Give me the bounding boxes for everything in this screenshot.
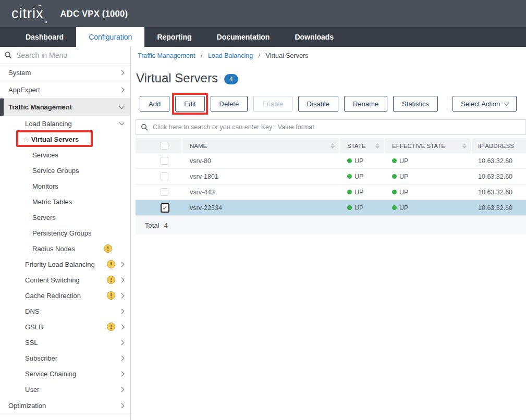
sidebar-item-priority-load-balancing[interactable]: Priority Load Balancing bbox=[0, 256, 130, 272]
primary-nav: Dashboard Configuration Reporting Docume… bbox=[0, 27, 526, 47]
sidebar-item-monitors[interactable]: Monitors bbox=[0, 178, 130, 194]
row-checkbox[interactable] bbox=[161, 172, 168, 180]
toolbar: Add Edit Delete Enable Disable Rename St… bbox=[136, 96, 526, 112]
sort-icon[interactable] bbox=[462, 143, 467, 149]
sidebar-item-virtual-servers[interactable]: Virtual Servers bbox=[0, 131, 130, 147]
chevron-right-icon bbox=[119, 324, 125, 329]
sidebar-item-radius-nodes[interactable]: Radius Nodes bbox=[0, 241, 130, 256]
sidebar-item-services[interactable]: Services bbox=[0, 147, 130, 163]
breadcrumb-load-balancing[interactable]: Load Balancing bbox=[208, 52, 253, 59]
cell-ip-address: 10.63.32.60 bbox=[472, 173, 526, 180]
page-title: Virtual Servers bbox=[136, 71, 218, 85]
sidebar-item-gslb[interactable]: GSLB bbox=[0, 319, 130, 335]
warning-icon bbox=[107, 260, 115, 268]
status-up-icon bbox=[347, 205, 352, 210]
sidebar-search-input[interactable] bbox=[16, 51, 126, 59]
sidebar-item-subscriber[interactable]: Subscriber bbox=[0, 350, 130, 366]
breadcrumb-separator: / bbox=[259, 52, 260, 59]
cell-name: vsrv-1801 bbox=[182, 173, 340, 180]
sidebar-item-ssl[interactable]: SSL bbox=[0, 335, 130, 350]
row-checkbox[interactable] bbox=[161, 188, 168, 196]
breadcrumb-separator: / bbox=[201, 52, 202, 59]
sort-icon[interactable] bbox=[375, 143, 380, 149]
tab-downloads[interactable]: Downloads bbox=[282, 27, 346, 47]
table-row[interactable]: vsrv-443 UP UP 10.63.32.60 bbox=[136, 184, 526, 200]
cell-effective-state: UP bbox=[385, 173, 472, 180]
tab-documentation[interactable]: Documentation bbox=[204, 27, 283, 47]
tab-configuration[interactable]: Configuration bbox=[76, 27, 144, 47]
logo-x-dot: x bbox=[36, 6, 44, 21]
rename-button[interactable]: Rename bbox=[344, 96, 387, 112]
table-search-input[interactable] bbox=[153, 123, 521, 131]
count-badge: 4 bbox=[224, 74, 238, 84]
sidebar-item-system[interactable]: System bbox=[0, 64, 130, 81]
warning-icon bbox=[107, 291, 115, 300]
chevron-right-icon bbox=[119, 293, 125, 298]
cell-effective-state: UP bbox=[385, 189, 472, 196]
row-checkbox-checked[interactable] bbox=[161, 203, 169, 213]
table-row[interactable]: vsrv-1801 UP UP 10.63.32.60 bbox=[136, 169, 526, 184]
cell-state: UP bbox=[340, 204, 385, 212]
table-row[interactable]: vsrv-80 UP UP 10.63.32.60 bbox=[136, 153, 526, 169]
cell-name: vsrv-22334 bbox=[182, 204, 340, 212]
row-checkbox[interactable] bbox=[161, 157, 168, 165]
sidebar-item-user[interactable]: User bbox=[0, 381, 130, 397]
main-content: Traffic Management / Load Balancing / Vi… bbox=[131, 47, 526, 420]
sidebar-search[interactable] bbox=[0, 47, 130, 64]
sidebar-item-appexpert[interactable]: AppExpert bbox=[0, 81, 130, 98]
sidebar-item-optimization[interactable]: Optimization bbox=[0, 397, 130, 414]
breadcrumb-current: Virtual Servers bbox=[266, 52, 309, 59]
status-up-icon bbox=[347, 190, 352, 194]
edit-button[interactable]: Edit bbox=[175, 96, 204, 112]
cell-ip-address: 10.63.32.60 bbox=[472, 204, 526, 212]
sidebar-item-security[interactable]: Security bbox=[0, 414, 130, 420]
status-up-icon bbox=[347, 174, 352, 179]
chevron-right-icon bbox=[119, 355, 125, 361]
chevron-down-icon bbox=[119, 104, 125, 109]
breadcrumb-traffic-management[interactable]: Traffic Management bbox=[138, 52, 195, 59]
sidebar-item-cache-redirection[interactable]: Cache Redirection bbox=[0, 288, 130, 303]
disable-button[interactable]: Disable bbox=[298, 96, 338, 112]
enable-button[interactable]: Enable bbox=[253, 96, 292, 112]
breadcrumb: Traffic Management / Load Balancing / Vi… bbox=[138, 52, 526, 59]
statistics-button[interactable]: Statistics bbox=[393, 96, 438, 112]
chevron-right-icon bbox=[119, 70, 125, 75]
sidebar-item-servers[interactable]: Servers bbox=[0, 209, 130, 225]
cell-ip-address: 10.63.32.60 bbox=[472, 189, 526, 196]
chevron-right-icon bbox=[119, 308, 125, 314]
delete-button[interactable]: Delete bbox=[211, 96, 248, 112]
status-up-icon bbox=[347, 158, 352, 163]
chevron-down-icon bbox=[504, 101, 509, 106]
chevron-right-icon bbox=[119, 387, 125, 392]
search-icon bbox=[4, 51, 13, 59]
table-row-selected[interactable]: vsrv-22334 UP UP 10.63.32.60 bbox=[136, 200, 526, 216]
sort-icon[interactable] bbox=[331, 143, 335, 149]
sidebar-item-persistency-groups[interactable]: Persistency Groups bbox=[0, 225, 130, 241]
total-label: Total bbox=[145, 221, 159, 229]
sidebar-item-content-switching[interactable]: Content Switching bbox=[0, 272, 130, 288]
add-button[interactable]: Add bbox=[140, 96, 169, 112]
column-header-ip-address[interactable]: IP ADDRESS bbox=[472, 138, 526, 153]
column-header-effective-state[interactable]: EFFECTIVE STATE bbox=[385, 138, 472, 153]
select-action-dropdown[interactable]: Select Action bbox=[452, 96, 517, 112]
column-header-state[interactable]: STATE bbox=[340, 138, 385, 153]
sidebar-item-dns[interactable]: DNS bbox=[0, 303, 130, 319]
table-search-bar[interactable] bbox=[136, 119, 526, 135]
sidebar-item-load-balancing[interactable]: Load Balancing bbox=[0, 116, 130, 131]
tab-reporting[interactable]: Reporting bbox=[144, 27, 204, 47]
sidebar-item-traffic-management[interactable]: Traffic Management bbox=[0, 98, 130, 116]
chevron-down-icon bbox=[119, 120, 125, 126]
sidebar-item-metric-tables[interactable]: Metric Tables bbox=[0, 194, 130, 209]
sidebar-item-service-chaining[interactable]: Service Chaining bbox=[0, 366, 130, 381]
table-header: NAME STATE EFFECTIVE STATE IP ADDRESS bbox=[136, 138, 526, 153]
tab-dashboard[interactable]: Dashboard bbox=[13, 27, 76, 47]
warning-icon bbox=[107, 323, 115, 331]
select-all-checkbox[interactable] bbox=[161, 142, 168, 150]
virtual-servers-table: NAME STATE EFFECTIVE STATE IP ADDRESS vs… bbox=[136, 138, 526, 234]
status-up-icon bbox=[392, 158, 397, 163]
column-header-name[interactable]: NAME bbox=[182, 138, 340, 153]
sidebar-item-service-groups[interactable]: Service Groups bbox=[0, 163, 130, 178]
cell-name: vsrv-80 bbox=[182, 157, 340, 165]
warning-icon bbox=[107, 276, 115, 284]
sidebar-menu: System AppExpert Traffic Management Load… bbox=[0, 64, 130, 420]
